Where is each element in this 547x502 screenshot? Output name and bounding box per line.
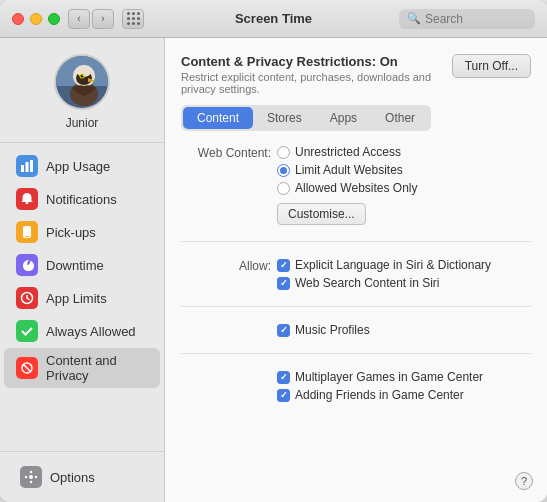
sidebar-label-notifications: Notifications [46, 192, 117, 207]
radio-allowed-only[interactable]: Allowed Websites Only [277, 181, 418, 195]
sidebar-label-app-usage: App Usage [46, 159, 110, 174]
sidebar-item-content-privacy[interactable]: Content and Privacy [4, 348, 160, 388]
content-area: Junior App Usage Notifications [0, 38, 547, 502]
titlebar: ‹ › Screen Time 🔍 [0, 0, 547, 38]
web-content-label: Web Content: [181, 145, 271, 160]
radio-circle-limit-adult [277, 164, 290, 177]
radio-circle-unrestricted [277, 146, 290, 159]
divider-2 [181, 306, 531, 307]
avatar-image [56, 56, 110, 110]
main-content: Content & Privacy Restrictions: On Restr… [165, 38, 547, 502]
divider-1 [181, 241, 531, 242]
always-allowed-icon [16, 320, 38, 342]
forward-button[interactable]: › [92, 9, 114, 29]
radio-unrestricted[interactable]: Unrestricted Access [277, 145, 418, 159]
radio-limit-adult[interactable]: Limit Adult Websites [277, 163, 418, 177]
avatar [54, 54, 110, 110]
search-input[interactable] [425, 12, 527, 26]
restrictions-status: On [380, 54, 398, 69]
search-icon: 🔍 [407, 12, 421, 25]
svg-point-7 [81, 75, 84, 78]
checkbox-box-multiplayer [277, 371, 290, 384]
checkbox-box-explicit [277, 259, 290, 272]
checkbox-multiplayer[interactable]: Multiplayer Games in Game Center [277, 370, 483, 384]
svg-point-22 [35, 476, 37, 478]
sidebar: Junior App Usage Notifications [0, 38, 165, 502]
sidebar-item-notifications[interactable]: Notifications [4, 183, 160, 215]
svg-point-8 [82, 75, 83, 76]
sidebar-label-pickups: Pick-ups [46, 225, 96, 240]
sidebar-label-options: Options [50, 470, 95, 485]
radio-circle-allowed-only [277, 182, 290, 195]
svg-rect-10 [26, 162, 29, 172]
checkbox-music-profiles[interactable]: Music Profiles [277, 323, 370, 337]
pickups-icon [16, 221, 38, 243]
svg-rect-12 [26, 202, 29, 204]
tab-apps[interactable]: Apps [316, 107, 371, 129]
tab-stores[interactable]: Stores [253, 107, 316, 129]
web-content-row: Web Content: Unrestricted Access Limit A… [181, 145, 531, 225]
game-center-row: Multiplayer Games in Game Center Adding … [181, 370, 531, 402]
svg-rect-14 [25, 236, 29, 237]
svg-rect-11 [30, 160, 33, 172]
checkbox-box-music [277, 324, 290, 337]
minimize-button[interactable] [30, 13, 42, 25]
restrictions-title: Content & Privacy Restrictions: On [181, 54, 442, 69]
sidebar-item-options[interactable]: Options [8, 461, 156, 493]
divider-3 [181, 353, 531, 354]
sidebar-item-downtime[interactable]: Downtime [4, 249, 160, 281]
sidebar-label-app-limits: App Limits [46, 291, 107, 306]
sidebar-label-content-privacy: Content and Privacy [46, 353, 148, 383]
help-button[interactable]: ? [515, 472, 533, 490]
grid-button[interactable] [122, 9, 144, 29]
tab-content[interactable]: Content [183, 107, 253, 129]
close-button[interactable] [12, 13, 24, 25]
checkbox-box-friends [277, 389, 290, 402]
restrictions-subtitle: Restrict explicit content, purchases, do… [181, 71, 442, 95]
sidebar-bottom: Options [0, 451, 164, 502]
maximize-button[interactable] [48, 13, 60, 25]
settings-section: Web Content: Unrestricted Access Limit A… [181, 145, 531, 402]
window: ‹ › Screen Time 🔍 [0, 0, 547, 502]
svg-point-18 [29, 475, 33, 479]
svg-point-19 [30, 471, 32, 473]
back-button[interactable]: ‹ [68, 9, 90, 29]
checkbox-box-websearch [277, 277, 290, 290]
game-center-controls: Multiplayer Games in Game Center Adding … [277, 370, 483, 402]
restrictions-header: Content & Privacy Restrictions: On Restr… [181, 54, 531, 95]
window-title: Screen Time [235, 11, 312, 26]
customise-button[interactable]: Customise... [277, 203, 366, 225]
options-icon [20, 466, 42, 488]
svg-rect-9 [21, 165, 24, 172]
sidebar-item-app-limits[interactable]: App Limits [4, 282, 160, 314]
sidebar-nav: App Usage Notifications Pick-ups [0, 143, 164, 451]
sidebar-item-app-usage[interactable]: App Usage [4, 150, 160, 182]
traffic-lights [12, 13, 60, 25]
svg-point-20 [30, 481, 32, 483]
app-limits-icon [16, 287, 38, 309]
checkbox-explicit-language[interactable]: Explicit Language in Siri & Dictionary [277, 258, 491, 272]
notifications-icon [16, 188, 38, 210]
checkbox-adding-friends[interactable]: Adding Friends in Game Center [277, 388, 483, 402]
downtime-icon [16, 254, 38, 276]
web-content-controls: Unrestricted Access Limit Adult Websites… [277, 145, 418, 225]
turn-off-button[interactable]: Turn Off... [452, 54, 531, 78]
search-box: 🔍 [399, 9, 535, 29]
app-usage-icon [16, 155, 38, 177]
tabs-row: Content Stores Apps Other [181, 105, 431, 131]
sidebar-label-downtime: Downtime [46, 258, 104, 273]
svg-line-17 [23, 364, 31, 372]
profile-name: Junior [66, 116, 99, 130]
restrictions-text: Content & Privacy Restrictions: On Restr… [181, 54, 442, 95]
sidebar-item-pickups[interactable]: Pick-ups [4, 216, 160, 248]
allow-row: Allow: Explicit Language in Siri & Dicti… [181, 258, 531, 290]
checkbox-web-search[interactable]: Web Search Content in Siri [277, 276, 491, 290]
music-profiles-row: Music Profiles [181, 323, 531, 337]
sidebar-label-always-allowed: Always Allowed [46, 324, 136, 339]
allow-label: Allow: [181, 258, 271, 273]
profile-section: Junior [0, 38, 164, 143]
svg-point-21 [25, 476, 27, 478]
nav-buttons: ‹ › [68, 9, 114, 29]
sidebar-item-always-allowed[interactable]: Always Allowed [4, 315, 160, 347]
tab-other[interactable]: Other [371, 107, 429, 129]
